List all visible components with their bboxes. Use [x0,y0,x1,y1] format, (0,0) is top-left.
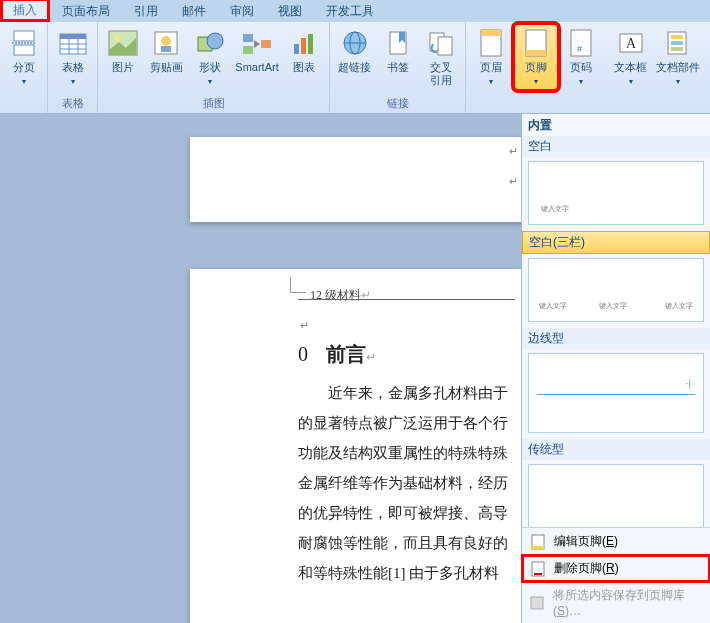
crossref-button[interactable]: 交叉 引用 [420,25,461,89]
body-line: 的显著特点被广泛运用于各个行 [298,408,520,438]
svg-rect-33 [526,50,546,56]
body-line: 耐腐蚀等性能，而且具有良好的 [298,528,520,558]
header-button[interactable]: 页眉▾ [470,25,513,89]
tab-developer[interactable]: 开发工具 [314,0,386,22]
table-icon [57,27,89,59]
body-line: 近年来，金属多孔材料由于 [298,378,520,408]
group-text: A 文本框▾ 文档部件▾ [606,22,706,113]
header-rule [298,299,515,300]
group-tables: 表格▾ 表格 [48,22,98,113]
gallery-item-traditional-label: 传统型 [522,439,710,460]
svg-rect-29 [438,37,452,55]
pagenum-button[interactable]: # 页码▾ [559,25,602,89]
group-text-label [610,110,702,112]
gallery-scroll[interactable]: 内置 空白 键入文字 空白(三栏) 键入文字 键入文字 键入文字 边线型 ·| … [522,114,710,583]
clipart-label: 剪贴画 [150,59,183,87]
gallery-item-edge[interactable]: ·| [528,353,704,433]
menu-remove-footer-label: 删除页脚(R) [554,560,619,577]
margin-corner [290,277,306,293]
group-tables-label: 表格 [52,95,93,112]
picture-icon [107,27,139,59]
body-line: 和等特殊性能[1] 由于多孔材料 [298,558,520,588]
hyperlink-label: 超链接 [338,59,371,87]
tab-review[interactable]: 审阅 [218,0,266,22]
shapes-icon [194,27,226,59]
hyperlink-icon [339,27,371,59]
svg-rect-22 [308,34,313,54]
body-line: 金属纤维等作为基础材料，经历 [298,468,520,498]
svg-rect-18 [261,40,271,48]
body-line: 功能及结构双重属性的特殊特殊 [298,438,520,468]
smartart-icon [241,27,273,59]
page-prev-bottom: ↵ ↵ [190,137,530,222]
group-pages: 分页▾ [0,22,48,113]
gallery-item-blank3-label: 空白(三栏) [522,231,710,254]
page-break-label: 分页▾ [13,59,35,87]
group-links: 超链接 书签 交叉 引用 链接 [330,22,466,113]
svg-point-10 [114,35,120,41]
gallery-item-blank[interactable]: 键入文字 [528,161,704,225]
tab-page-layout[interactable]: 页面布局 [50,0,122,22]
ribbon: 分页▾ 表格▾ 表格 图片 剪贴画 [0,22,710,114]
bookmark-button[interactable]: 书签 [377,25,418,89]
svg-rect-21 [301,38,306,54]
picture-button[interactable]: 图片 [102,25,144,89]
table-button[interactable]: 表格▾ [52,25,93,89]
header-icon [475,27,507,59]
menu-remove-footer[interactable]: 删除页脚(R) [522,555,710,582]
pagenum-icon: # [565,27,597,59]
svg-point-15 [207,33,223,49]
shapes-button[interactable]: 形状▾ [189,25,231,89]
clipart-icon [150,27,182,59]
svg-text:#: # [577,44,582,54]
shapes-label: 形状▾ [199,59,221,87]
page-current[interactable]: 12 级材料↵ ↵ 0前言↵ 近年来，金属多孔材料由于 的显著特点被广泛运用于各… [190,269,530,623]
svg-rect-40 [671,41,683,45]
tab-references[interactable]: 引用 [122,0,170,22]
body-text: 0前言↵ 近年来，金属多孔材料由于 的显著特点被广泛运用于各个行 功能及结构双重… [298,339,520,588]
svg-marker-19 [254,40,260,48]
gallery-item-edge-label: 边线型 [522,328,710,349]
group-pages-label [4,110,43,112]
paragraph-mark: ↵ [300,319,309,332]
table-label: 表格▾ [62,59,84,87]
thumb-pagenum: ·| [686,378,691,389]
thumb-placeholder: 键入文字 [541,204,569,214]
crossref-icon [425,27,457,59]
svg-text:A: A [626,36,637,51]
textbox-button[interactable]: A 文本框▾ [610,25,651,89]
page-break-button[interactable]: 分页▾ [4,25,43,89]
smartart-label: SmartArt [235,59,278,87]
menu-edit-footer-label: 编辑页脚(E) [554,533,618,550]
tab-view[interactable]: 视图 [266,0,314,22]
footer-button[interactable]: 页脚▾ [515,25,558,89]
svg-rect-46 [531,597,543,609]
tab-insert[interactable]: 插入 [0,0,50,22]
thumb-placeholder: 键入文字 [539,301,567,311]
group-header-footer: 页眉▾ 页脚▾ # 页码▾ [466,22,606,113]
gallery-item-blank3[interactable]: 键入文字 键入文字 键入文字 [528,258,704,322]
chart-button[interactable]: 图表 [284,25,326,89]
body-line: 的优异特性，即可被焊接、高导 [298,498,520,528]
textbox-label: 文本框▾ [614,59,647,87]
chart-icon [288,27,320,59]
heading-text: 前言 [326,343,366,365]
svg-rect-31 [481,30,501,36]
save-footer-icon [530,595,545,611]
parts-label: 文档部件▾ [656,59,700,87]
hyperlink-button[interactable]: 超链接 [334,25,375,89]
menu-save-footer: 将所选内容保存到页脚库(S)… [522,582,710,623]
gallery-item-blank-label: 空白 [522,136,710,157]
svg-rect-1 [14,45,34,55]
menu-edit-footer[interactable]: 编辑页脚(E) [522,528,710,555]
svg-rect-20 [294,44,299,54]
parts-button[interactable]: 文档部件▾ [653,25,702,89]
svg-rect-41 [671,47,683,51]
footer-label: 页脚▾ [525,59,547,87]
clipart-button[interactable]: 剪贴画 [146,25,188,89]
bookmark-label: 书签 [387,59,409,87]
svg-rect-43 [532,546,544,549]
tab-mailings[interactable]: 邮件 [170,0,218,22]
crossref-label: 交叉 引用 [430,59,452,87]
smartart-button[interactable]: SmartArt [233,25,282,89]
